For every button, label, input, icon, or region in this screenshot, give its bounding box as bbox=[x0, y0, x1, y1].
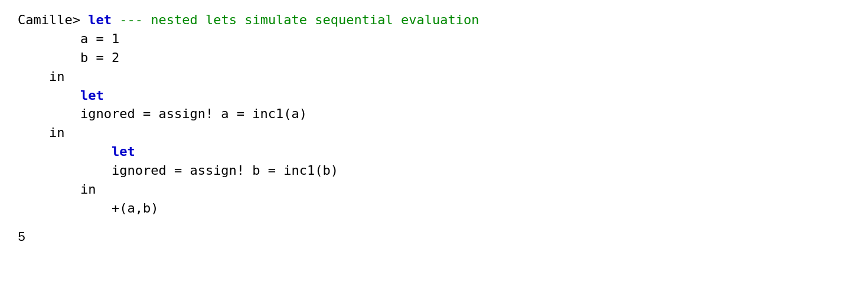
prompt-symbol: > bbox=[73, 12, 89, 27]
line-ignored1: ignored = assign! a = inc1(a) bbox=[18, 106, 307, 121]
line-in2: in bbox=[18, 125, 64, 140]
line-b: b = 2 bbox=[18, 50, 119, 65]
indent-let3 bbox=[18, 144, 112, 159]
line-ignored2: ignored = assign! b = inc1(b) bbox=[18, 163, 338, 178]
result-value: 5 bbox=[18, 228, 850, 247]
comment-text: --- nested lets simulate sequential eval… bbox=[119, 12, 479, 27]
keyword-let-2: let bbox=[80, 88, 104, 103]
line-a: a = 1 bbox=[18, 31, 119, 46]
keyword-let-3: let bbox=[112, 144, 135, 159]
prompt-name: Camille bbox=[18, 12, 73, 27]
line-in3: in bbox=[18, 182, 96, 197]
comment-space bbox=[112, 12, 119, 27]
line-result-expr: +(a,b) bbox=[18, 201, 158, 215]
code-display: Camille> let --- nested lets simulate se… bbox=[18, 11, 850, 247]
code-content: Camille> let --- nested lets simulate se… bbox=[18, 11, 850, 218]
indent-let2 bbox=[18, 88, 80, 103]
line-in1: in bbox=[18, 69, 64, 84]
keyword-let-1: let bbox=[88, 12, 112, 27]
